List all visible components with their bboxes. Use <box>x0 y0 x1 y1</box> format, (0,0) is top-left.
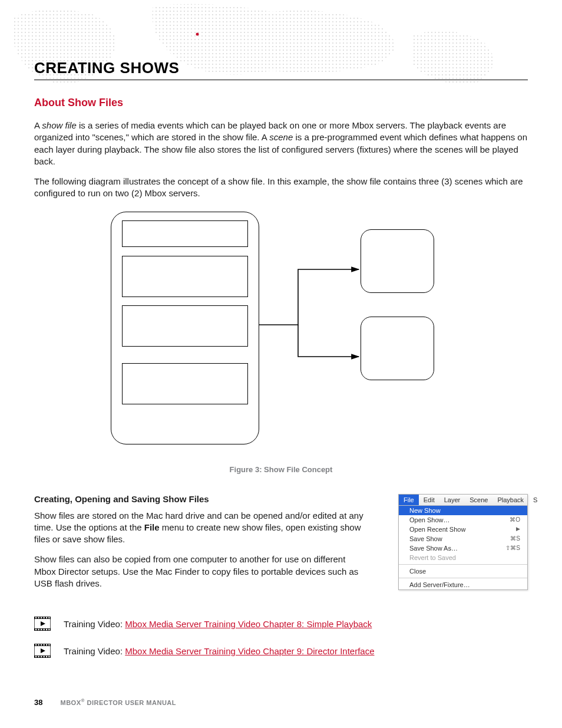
svg-rect-27 <box>38 656 39 657</box>
menu-item-label: Save Show As… <box>409 545 458 552</box>
svg-rect-31 <box>48 656 49 657</box>
menu-item: Revert to Saved <box>399 553 527 562</box>
svg-rect-7 <box>41 617 42 618</box>
svg-rect-26 <box>35 656 37 657</box>
svg-rect-20 <box>35 644 37 645</box>
page-number: 38 <box>34 698 42 707</box>
menu-item-label: Open Show… <box>409 516 449 523</box>
svg-rect-9 <box>46 617 47 618</box>
svg-rect-24 <box>46 644 47 645</box>
menu-bar-item: Layer <box>439 495 465 505</box>
svg-rect-14 <box>44 629 45 630</box>
manual-title: MBOX® DIRECTOR USER MANUAL <box>60 698 176 706</box>
menu-bar-item: Edit <box>419 495 439 505</box>
diagram-arrows <box>34 212 528 465</box>
paragraph-3: Show files are stored on the Mac hard dr… <box>34 510 364 546</box>
menu-item-label: New Show <box>409 507 441 514</box>
subsection-heading: Creating, Opening and Saving Show Files <box>34 494 364 504</box>
menu-item: New Show <box>399 506 527 515</box>
svg-rect-11 <box>35 629 37 630</box>
submenu-arrow-icon: ▶ <box>516 526 520 533</box>
training-video-text: Training Video: Mbox Media Server Traini… <box>64 646 375 656</box>
training-video-row: Training Video: Mbox Media Server Traini… <box>34 617 528 631</box>
svg-rect-5 <box>35 617 37 618</box>
training-prefix: Training Video: <box>64 619 125 629</box>
figure-caption: Figure 3: Show File Concept <box>34 465 528 474</box>
menu-item-label: Open Recent Show <box>409 526 465 533</box>
training-video-link[interactable]: Mbox Media Server Training Video Chapter… <box>125 646 374 656</box>
film-play-icon <box>34 644 51 658</box>
training-prefix: Training Video: <box>64 646 125 656</box>
training-video-row: Training Video: Mbox Media Server Traini… <box>34 644 528 658</box>
svg-rect-25 <box>48 644 49 645</box>
menu-bar-item: Scene <box>465 495 492 505</box>
svg-rect-12 <box>38 629 39 630</box>
svg-rect-10 <box>48 617 49 618</box>
training-video-text: Training Video: Mbox Media Server Traini… <box>64 619 372 629</box>
svg-rect-29 <box>44 656 45 657</box>
menu-item-label: Add Server/Fixture… <box>409 581 470 588</box>
menu-bar-item: S <box>528 495 542 505</box>
menu-item: Add Server/Fixture… <box>399 580 527 589</box>
svg-rect-13 <box>41 629 42 630</box>
menu-item: Open Recent Show▶ <box>399 525 527 534</box>
svg-rect-15 <box>46 629 47 630</box>
svg-rect-23 <box>44 644 45 645</box>
menu-item: Close <box>399 566 527 576</box>
menu-item-label: Close <box>409 568 426 575</box>
svg-rect-21 <box>38 644 39 645</box>
paragraph-1: A show file is a series of media events … <box>34 120 528 167</box>
menu-divider <box>399 564 527 565</box>
page-footer: 38 MBOX® DIRECTOR USER MANUAL <box>34 698 176 707</box>
menu-item: Save Show As…⇧⌘S <box>399 543 527 553</box>
training-video-link[interactable]: Mbox Media Server Training Video Chapter… <box>125 619 372 629</box>
film-play-icon <box>34 617 51 631</box>
menu-bar-item: Playback <box>492 495 528 505</box>
menu-item: Open Show…⌘O <box>399 515 527 525</box>
svg-rect-30 <box>46 656 47 657</box>
menu-item-shortcut: ⌘S <box>510 535 520 542</box>
svg-rect-28 <box>41 656 42 657</box>
menu-bar-item: File <box>399 495 419 505</box>
section-heading: About Show Files <box>34 97 528 109</box>
file-menu-dropdown: New ShowOpen Show…⌘OOpen Recent Show▶Sav… <box>399 506 527 589</box>
menu-item-label: Revert to Saved <box>409 554 456 561</box>
menu-item-shortcut: ⇧⌘S <box>505 545 520 552</box>
svg-rect-16 <box>48 629 49 630</box>
paragraph-4: Show files can also be copied from one c… <box>34 554 364 589</box>
menu-divider <box>399 578 527 578</box>
show-file-diagram <box>34 212 528 465</box>
menu-item: Save Show⌘S <box>399 534 527 543</box>
svg-rect-6 <box>38 617 39 618</box>
menu-item-label: Save Show <box>409 535 442 542</box>
svg-rect-8 <box>44 617 45 618</box>
menu-bar: FileEditLayerScenePlaybackS <box>399 495 527 506</box>
svg-rect-22 <box>41 644 42 645</box>
file-menu-screenshot: FileEditLayerScenePlaybackS New ShowOpen… <box>398 494 528 590</box>
page-title: CREATING SHOWS <box>34 59 528 80</box>
menu-item-shortcut: ⌘O <box>510 516 520 523</box>
paragraph-2: The following diagram illustrates the co… <box>34 176 528 200</box>
